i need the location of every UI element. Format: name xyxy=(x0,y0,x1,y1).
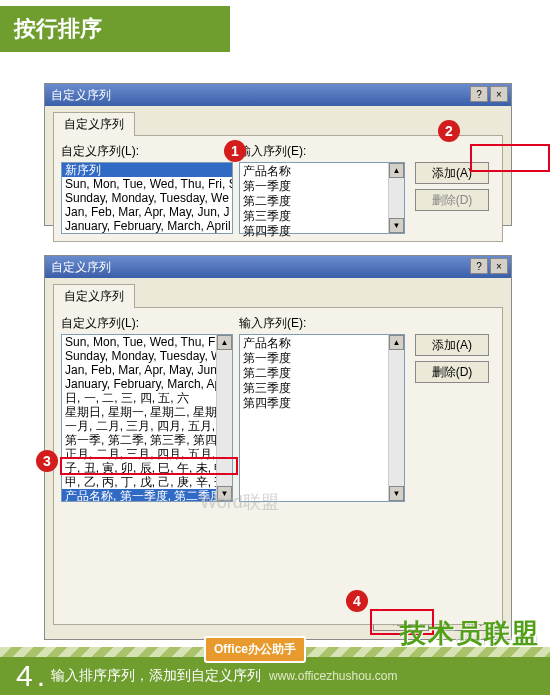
office-badge: Office办公助手 xyxy=(204,636,306,663)
site-logo-watermark: 技术员联盟 xyxy=(400,616,540,651)
list-item[interactable]: 星期日, 星期一, 星期二, 星期三, xyxy=(62,405,232,419)
list-item[interactable]: 正月, 二月, 三月, 四月, 五月, 六月 xyxy=(62,447,232,461)
entry-row: 第一季度 xyxy=(243,351,401,366)
input-list-label: 输入序列(E): xyxy=(239,315,409,332)
step-dot: . xyxy=(37,659,45,693)
scroll-up-icon[interactable]: ▲ xyxy=(389,335,404,350)
help-button[interactable]: ? xyxy=(470,258,488,274)
scrollbar[interactable]: ▲ ▼ xyxy=(388,163,404,233)
dialog-title: 自定义序列 xyxy=(51,259,111,276)
close-button[interactable]: × xyxy=(490,86,508,102)
help-button[interactable]: ? xyxy=(470,86,488,102)
dialog-title: 自定义序列 xyxy=(51,87,111,104)
titlebar: 自定义序列 ? × xyxy=(45,256,511,278)
list-item[interactable]: 甲, 乙, 丙, 丁, 戊, 己, 庚, 辛, 壬, 癸 xyxy=(62,475,232,489)
custom-list-box[interactable]: Sun, Mon, Tue, Wed, Thu, Fri, S Sunday, … xyxy=(61,334,233,502)
input-list-label: 输入序列(E): xyxy=(239,143,409,160)
input-list-textarea[interactable]: 产品名称 第一季度 第二季度 第三季度 第四季度 ▲ ▼ xyxy=(239,162,405,234)
page-header: 按行排序 xyxy=(0,6,230,52)
scrollbar[interactable]: ▲ ▼ xyxy=(216,335,232,501)
scrollbar[interactable]: ▲ ▼ xyxy=(388,335,404,501)
titlebar: 自定义序列 ? × xyxy=(45,84,511,106)
add-button[interactable]: 添加(A) xyxy=(415,334,489,356)
list-item[interactable]: Sun, Mon, Tue, Wed, Thu, Fri, S xyxy=(62,177,232,191)
custom-list-dialog-1: 自定义序列 ? × 自定义序列 自定义序列(L): 输入序列(E): 新序列 S… xyxy=(44,83,512,226)
list-item[interactable]: Sunday, Monday, Tuesday, We xyxy=(62,191,232,205)
entry-row: 产品名称 xyxy=(243,164,401,179)
step-marker-2: 2 xyxy=(438,120,460,142)
step-number: 4 xyxy=(16,659,33,693)
list-item[interactable]: 日, 一, 二, 三, 四, 五, 六 xyxy=(62,233,232,234)
step-text: 输入排序序列，添加到自定义序列 xyxy=(51,667,261,685)
tab-custom-list[interactable]: 自定义序列 xyxy=(53,112,135,136)
scroll-up-icon[interactable]: ▲ xyxy=(217,335,232,350)
custom-list-dialog-2: 自定义序列 ? × 自定义序列 自定义序列(L): 输入序列(E): Sun, … xyxy=(44,255,512,640)
step-marker-3: 3 xyxy=(36,450,58,472)
entry-row: 第四季度 xyxy=(243,224,401,239)
list-item[interactable]: 子, 丑, 寅, 卯, 辰, 巳, 午, 未, 申, 酉 xyxy=(62,461,232,475)
entry-row: 第二季度 xyxy=(243,194,401,209)
entry-row: 第三季度 xyxy=(243,209,401,224)
list-item[interactable]: 产品名称, 第一季度, 第二季度, 第 xyxy=(62,489,232,502)
office-url: www.officezhushou.com xyxy=(269,669,398,683)
custom-list-box[interactable]: 新序列 Sun, Mon, Tue, Wed, Thu, Fri, S Sund… xyxy=(61,162,233,234)
list-item[interactable]: 日, 一, 二, 三, 四, 五, 六 xyxy=(62,391,232,405)
list-item[interactable]: 第一季, 第二季, 第三季, 第四季 xyxy=(62,433,232,447)
entry-row: 第一季度 xyxy=(243,179,401,194)
custom-list-label: 自定义序列(L): xyxy=(61,143,239,160)
entry-row: 第三季度 xyxy=(243,381,401,396)
entry-row: 产品名称 xyxy=(243,336,401,351)
list-item[interactable]: Sun, Mon, Tue, Wed, Thu, Fri, S xyxy=(62,335,232,349)
list-item[interactable]: Jan, Feb, Mar, Apr, May, Jun, J xyxy=(62,205,232,219)
list-item[interactable]: Jan, Feb, Mar, Apr, May, Jun, J xyxy=(62,363,232,377)
scroll-down-icon[interactable]: ▼ xyxy=(389,218,404,233)
tab-custom-list[interactable]: 自定义序列 xyxy=(53,284,135,308)
list-item[interactable]: January, February, March, April xyxy=(62,219,232,233)
scroll-down-icon[interactable]: ▼ xyxy=(389,486,404,501)
step-marker-1: 1 xyxy=(224,140,246,162)
scroll-down-icon[interactable]: ▼ xyxy=(217,486,232,501)
entry-row: 第二季度 xyxy=(243,366,401,381)
list-item[interactable]: January, February, March, April xyxy=(62,377,232,391)
entry-row: 第四季度 xyxy=(243,396,401,411)
close-button[interactable]: × xyxy=(490,258,508,274)
list-item[interactable]: 新序列 xyxy=(62,163,232,177)
add-button[interactable]: 添加(A) xyxy=(415,162,489,184)
step-marker-4: 4 xyxy=(346,590,368,612)
list-item[interactable]: 一月, 二月, 三月, 四月, 五月, 六月 xyxy=(62,419,232,433)
custom-list-label: 自定义序列(L): xyxy=(61,315,239,332)
delete-button[interactable]: 删除(D) xyxy=(415,361,489,383)
scroll-up-icon[interactable]: ▲ xyxy=(389,163,404,178)
delete-button: 删除(D) xyxy=(415,189,489,211)
input-list-textarea[interactable]: 产品名称 第一季度 第二季度 第三季度 第四季度 ▲ ▼ xyxy=(239,334,405,502)
list-item[interactable]: Sunday, Monday, Tuesday, We xyxy=(62,349,232,363)
